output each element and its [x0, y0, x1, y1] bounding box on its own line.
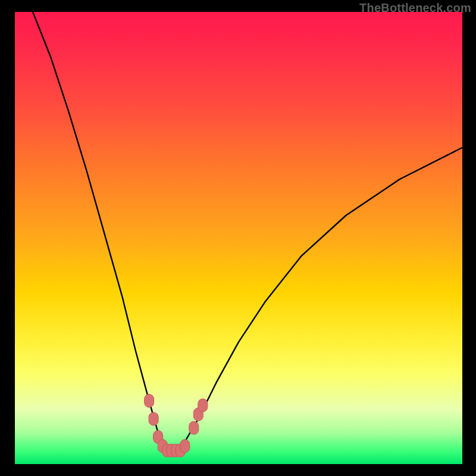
curve-line: [33, 12, 462, 450]
curve-marker: [189, 421, 199, 434]
curve-marker: [180, 440, 190, 453]
chart-frame: [15, 12, 462, 464]
curve-marker: [149, 412, 158, 425]
curve-marker: [145, 394, 154, 408]
watermark-text: TheBottleneck.com: [359, 1, 471, 15]
marker-group: [145, 394, 208, 458]
curve-marker: [198, 399, 208, 412]
chart-svg: [15, 12, 462, 464]
